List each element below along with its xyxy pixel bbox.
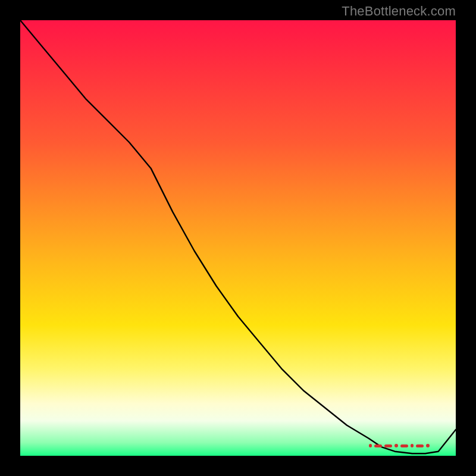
marker-dash (416, 444, 424, 447)
plot-area (20, 20, 456, 456)
watermark-text: TheBottleneck.com (342, 4, 456, 19)
marker-dash (400, 444, 408, 447)
marker-dash (384, 444, 392, 447)
optimal-range-marker (369, 443, 430, 448)
bottleneck-line (20, 20, 456, 456)
marker-dot (394, 444, 398, 447)
marker-dash (374, 444, 382, 447)
chart-frame: TheBottleneck.com (0, 0, 476, 476)
marker-dot (426, 444, 430, 447)
marker-dot (411, 444, 414, 447)
marker-dot (369, 444, 372, 447)
